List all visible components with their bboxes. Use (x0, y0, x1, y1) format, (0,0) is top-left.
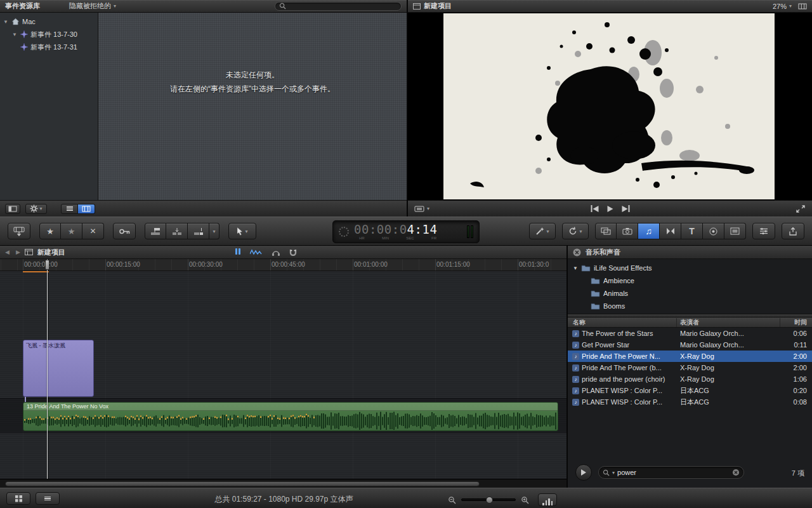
zoom-in-icon[interactable] (521, 496, 529, 504)
folder-item-2[interactable]: Booms (568, 300, 812, 312)
rate-unrate-button[interactable]: ★ (61, 223, 82, 239)
timecode-units: HRMINSECFR (354, 236, 442, 240)
folder-tree: ▼ iLife Sound Effects Ambience (568, 259, 812, 314)
overlay-options-button[interactable]: ▾ (414, 206, 429, 212)
music-browser-button[interactable]: ♫ (638, 223, 660, 239)
media-list-row[interactable]: ♪ Pride And The Power N... X-Ray Dog 2:0… (568, 351, 812, 362)
view-options-icon[interactable] (798, 3, 807, 10)
media-artist: Mario Galaxy Orch... (677, 330, 780, 337)
star-icon: ★ (46, 227, 54, 236)
timeline-ruler[interactable]: 00:00:00:00 00:00:15:00 00:00:30:00 00:0… (0, 259, 566, 271)
snapping-toggle[interactable] (289, 249, 297, 256)
disclosure-triangle-icon[interactable]: ▼ (3, 19, 9, 25)
list-view-button[interactable] (61, 204, 78, 214)
tree-item-event-0[interactable]: ▼ 新事件 13-7-30 (0, 28, 98, 41)
audio-clip[interactable]: 13 Pride And The Power No Vox (23, 402, 558, 431)
titles-browser-button[interactable]: T (681, 223, 703, 239)
media-list-row[interactable]: ♪ PLANET WISP : Color P... 日本ACG 0:20 (568, 385, 812, 396)
append-edit-button[interactable] (188, 223, 209, 239)
folder-item-0[interactable]: Ambience (568, 274, 812, 287)
import-media-button[interactable] (8, 223, 30, 239)
rate-reject-button[interactable]: ✕ (82, 223, 104, 239)
tree-item-event-1[interactable]: 新事件 13-7-31 (0, 41, 98, 53)
themes-browser-button[interactable] (724, 223, 746, 239)
zoom-out-icon[interactable] (448, 496, 456, 504)
tree-item-label: 新事件 13-7-31 (30, 43, 77, 52)
viewer-controls: ▾ (408, 200, 812, 217)
folder-item-1[interactable]: Animals (568, 287, 812, 300)
history-forward-button[interactable]: ▶ (16, 249, 20, 255)
solo-toggle[interactable] (272, 249, 280, 256)
media-list-row[interactable]: ♪ Get Power Star Mario Galaxy Orch... 0:… (568, 339, 812, 351)
edit-options-dropdown[interactable]: ▾ (209, 223, 219, 239)
rejected-filter-dropdown[interactable]: 隐藏被拒绝的 ▾ (69, 1, 116, 11)
media-artist: 日本ACG (677, 398, 780, 407)
retime-button[interactable]: ▾ (562, 223, 589, 239)
inspector-button[interactable] (752, 223, 775, 239)
effects-browser-button[interactable] (595, 223, 617, 239)
clear-search-icon[interactable] (732, 469, 740, 476)
clip-appearance-button[interactable] (538, 493, 557, 506)
column-header-time[interactable]: 时间 (780, 318, 812, 327)
keyword-editor-button[interactable] (113, 223, 136, 239)
chevron-down-icon: ▾ (427, 206, 429, 211)
folder-icon (591, 302, 600, 310)
event-search-field[interactable] (275, 2, 402, 11)
folder-item-root[interactable]: ▼ iLife Sound Effects (568, 262, 812, 274)
history-back-button[interactable]: ◀ (5, 249, 10, 255)
close-icon[interactable] (573, 248, 581, 257)
media-list-row[interactable]: ♪ pride and the power (choir) X-Ray Dog … (568, 373, 812, 385)
media-list-row[interactable]: ♪ Pride And The Power (b... X-Ray Dog 2:… (568, 362, 812, 373)
connect-edit-button[interactable] (145, 223, 166, 239)
audio-meters[interactable] (467, 225, 473, 238)
filmstrip-view-button[interactable] (78, 204, 95, 214)
timecode-dim: 00:00:0 (354, 222, 407, 236)
share-button[interactable] (782, 223, 804, 239)
skimmer-ring-icon (339, 227, 349, 237)
rate-favorite-button[interactable]: ★ (39, 223, 61, 239)
playhead-handle[interactable] (45, 260, 49, 270)
scrollbar-thumb[interactable] (5, 481, 480, 486)
ruler-label: 00:01:15:00 (436, 261, 470, 268)
music-note-icon: ♫ (645, 226, 652, 236)
preview-play-button[interactable] (575, 464, 592, 481)
photos-browser-button[interactable] (617, 223, 638, 239)
ruler-label: 00:01:30:0 (519, 261, 549, 268)
event-library-body: ▼ Mac ▼ 新事件 13-7-30 (0, 13, 407, 200)
music-search-input[interactable] (617, 469, 730, 476)
previous-frame-button[interactable] (591, 205, 598, 212)
column-header-name[interactable]: 名称 (568, 318, 677, 327)
media-list-row[interactable]: ♪ PLANET WISP : Color P... 日本ACG 0:08 (568, 396, 812, 408)
timeline-canvas[interactable]: 飞溅 - 墨水泼溅 13 Pride And The Power No Vox (0, 271, 566, 479)
transitions-browser-button[interactable] (660, 223, 681, 239)
insert-edit-button[interactable] (166, 223, 188, 239)
media-list-row[interactable]: ♪ The Power of the Stars Mario Galaxy Or… (568, 328, 812, 339)
media-duration: 0:11 (780, 341, 812, 349)
disclosure-triangle-icon[interactable]: ▼ (11, 32, 18, 37)
sidebar-toggle-button[interactable] (5, 204, 20, 214)
timecode-display[interactable]: 00:00:04:14 (354, 222, 437, 236)
audio-skimming-toggle[interactable] (250, 249, 263, 255)
fullscreen-button[interactable] (796, 205, 806, 213)
play-button[interactable] (607, 206, 613, 212)
select-tool-button[interactable]: ▾ (228, 223, 256, 239)
chevron-down-icon: ▾ (213, 229, 215, 234)
column-header-artist[interactable]: 表演者 (677, 318, 780, 327)
gear-menu-button[interactable]: ▾ (25, 204, 47, 214)
gear-icon (30, 204, 38, 213)
timeline-zoom-slider[interactable] (461, 498, 516, 501)
tree-item-mac[interactable]: ▼ Mac (0, 15, 98, 28)
viewer-zoom-dropdown[interactable]: 27% ▾ (773, 3, 792, 10)
generators-browser-button[interactable] (703, 223, 724, 239)
search-icon (603, 469, 610, 476)
skimming-toggle[interactable] (235, 248, 241, 256)
disclosure-triangle-icon[interactable]: ▼ (573, 265, 578, 271)
music-search-field[interactable]: ▾ (598, 466, 744, 479)
chevron-down-icon: ▾ (546, 229, 549, 234)
playhead[interactable] (47, 259, 48, 479)
enhancements-button[interactable]: ▾ (529, 223, 556, 239)
timeline-scrollbar[interactable] (0, 479, 566, 488)
video-clip[interactable]: 飞溅 - 墨水泼溅 (23, 340, 94, 397)
next-frame-button[interactable] (622, 205, 629, 212)
zoom-slider-thumb[interactable] (486, 497, 493, 504)
